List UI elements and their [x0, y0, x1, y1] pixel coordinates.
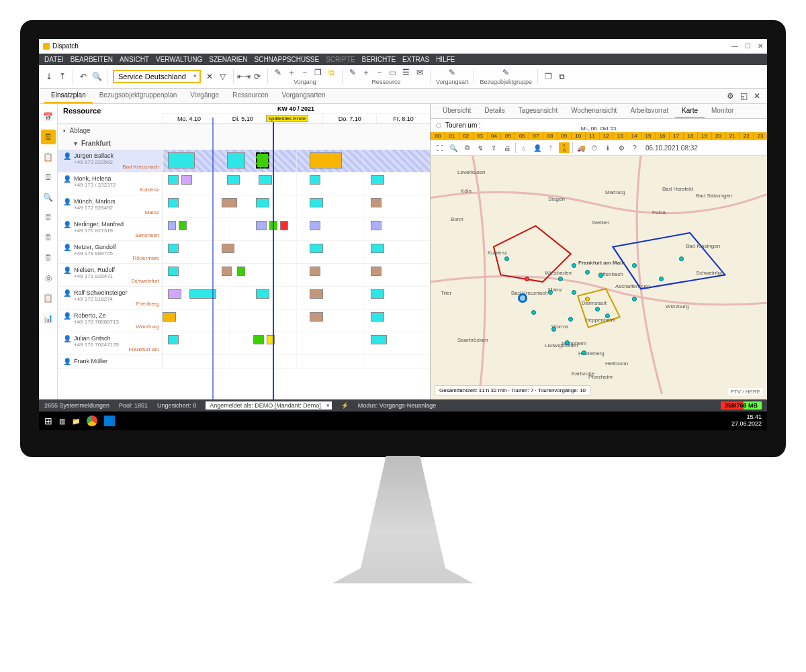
menu-schnappschuesse[interactable]: SCHNAPPSCHÜSSE [255, 56, 320, 63]
fit-width-icon[interactable]: ⇤⇥ [239, 72, 249, 81]
map-person-icon[interactable]: 👤 [532, 142, 543, 153]
tab-vorgangsarten[interactable]: Vorgangsarten [275, 89, 332, 103]
taskbar-clock[interactable]: 15:41 27.06.2022 [731, 414, 762, 428]
rail-schedule-icon[interactable]: 📋 [41, 150, 56, 164]
day-header[interactable]: Do. 7.10 [322, 114, 376, 124]
panel-pop-icon[interactable]: ◱ [739, 91, 748, 101]
menu-bearbeiten[interactable]: BEARBEITEN [71, 56, 113, 63]
resource-card-icon[interactable]: ▭ [388, 68, 398, 77]
map-tour-mode-icon[interactable]: 🚶 [559, 142, 570, 153]
tab-wochenansicht[interactable]: Wochenansicht [564, 104, 623, 118]
tab-vorgaenge[interactable]: Vorgänge [183, 89, 226, 103]
rail-chart-icon[interactable]: 📊 [41, 311, 56, 326]
map-settings-icon[interactable]: ⚙ [616, 142, 627, 153]
resource-edit-icon[interactable]: ✎ [348, 68, 357, 77]
planner-body[interactable]: ▪ Ablage ▾ Frankfurt 👤 Jürgen Ballack +4… [58, 124, 430, 399]
group-ablage[interactable]: ▪ Ablage [58, 124, 430, 137]
resource-row[interactable]: 👤 Jürgen Ballack +49 173 223562 Bad Kreu… [58, 150, 430, 173]
vorgangsart-edit-icon[interactable]: ✎ [447, 68, 457, 77]
rail-item-6[interactable]: 🗓 [41, 210, 56, 225]
undo-icon[interactable]: ↶ [79, 72, 88, 81]
rail-calendar-icon[interactable]: 📅 [41, 109, 56, 124]
resource-row[interactable]: 👤 Monk, Helena +49 173 / 232372 Koblenz [58, 173, 430, 195]
collapse-icon[interactable]: ▪ [63, 127, 66, 134]
status-messages[interactable]: 2655 Systemmeldungen [44, 402, 109, 409]
window-minimize[interactable]: — [731, 42, 738, 50]
bezug-edit-icon[interactable]: ✎ [501, 68, 510, 77]
group-frankfurt[interactable]: ▾ Frankfurt [58, 137, 430, 150]
day-header[interactable]: Fr. 8.10 [376, 114, 430, 124]
tab-monitor[interactable]: Monitor [705, 104, 740, 118]
menu-berichte[interactable]: BERICHTE [362, 56, 396, 63]
refresh-icon[interactable]: ⟳ [253, 72, 262, 81]
tab-einsatzplan[interactable]: Einsatzplan [44, 89, 93, 103]
menu-datei[interactable]: DATEI [44, 56, 64, 63]
tab-tagesansicht[interactable]: Tagesansicht [512, 104, 564, 118]
map-vehicle-icon[interactable]: 🚚 [576, 142, 586, 153]
window-dup-icon[interactable]: ⧉ [557, 72, 566, 81]
day-header[interactable]: Mo. 4.10 [162, 114, 216, 124]
map-route-icon[interactable]: ↯ [475, 142, 486, 153]
map-layers-icon[interactable]: ⧉ [461, 142, 472, 153]
vorgang-edit-icon[interactable]: ✎ [273, 68, 283, 77]
resource-row[interactable]: 👤 Ralf Schweinsteiger +49 172 918274 Fri… [58, 287, 430, 309]
menu-hilfe[interactable]: HILFE [436, 56, 455, 63]
rail-clipboard-icon[interactable]: 📋 [41, 291, 56, 305]
resource-mail-icon[interactable]: ✉ [415, 68, 424, 77]
menu-scripte[interactable]: SCRIPTE [326, 56, 355, 63]
org-select[interactable]: Service Deutschland [113, 70, 201, 83]
taskbar-chrome-icon[interactable] [87, 416, 97, 426]
resource-row[interactable]: 👤 Nielsen, Rudolf +49 171 928471 Schwein… [58, 264, 430, 287]
status-login[interactable]: Angemeldet als: DEMO [Mandant: Demo] [206, 401, 332, 410]
resource-row[interactable]: 👤 Roberto, Ze +49 176 70588713 Würzburg [58, 309, 430, 332]
resource-row[interactable]: 👤 Nerlinger, Manfred +49 176 827319 Bens… [58, 218, 430, 241]
taskbar-outlook-icon[interactable] [104, 416, 115, 426]
rail-target-icon[interactable]: ◎ [41, 271, 56, 285]
window-maximize[interactable]: ☐ [745, 42, 751, 50]
clear-filter-icon[interactable]: ✕ [205, 72, 214, 81]
map-info-icon[interactable]: ℹ [602, 142, 613, 153]
window-close[interactable]: ✕ [758, 42, 763, 50]
taskbar-explorer-icon[interactable]: 📁 [72, 418, 80, 425]
filter-icon[interactable]: ▽ [218, 72, 228, 81]
tab-karte[interactable]: Karte [675, 104, 705, 118]
vorgang-remove-icon[interactable]: － [300, 68, 310, 77]
resource-add-icon[interactable]: ＋ [361, 68, 371, 77]
resource-row[interactable]: 👤 Julian Gritsch +49 176 70247135 Frankf… [58, 332, 430, 355]
search-icon[interactable]: 🔍 [92, 72, 101, 81]
map-print-icon[interactable]: 🖨 [502, 142, 512, 153]
tab-uebersicht[interactable]: Übersicht [436, 104, 478, 118]
day-header[interactable]: Di. 5.10 [216, 114, 269, 124]
resource-row[interactable]: 👤 Münch, Markus +49 172 928492 Mainz [58, 195, 430, 218]
menu-verwaltung[interactable]: VERWALTUNG [156, 56, 202, 63]
tab-details[interactable]: Details [478, 104, 512, 118]
collapse-icon[interactable]: ▾ [74, 140, 77, 147]
tab-bezugsobjektgruppenplan[interactable]: Bezugsobjektgruppenplan [93, 89, 184, 103]
start-button[interactable]: ⊞ [44, 416, 52, 426]
map-share-icon[interactable]: ⇪ [488, 142, 499, 153]
map-zoom-fit-icon[interactable]: ⛶ [435, 142, 445, 153]
menu-extras[interactable]: EXTRAS [402, 56, 429, 63]
panel-close-icon[interactable]: ✕ [752, 91, 762, 101]
map-help-icon[interactable]: ? [629, 142, 640, 153]
tour-radio[interactable] [436, 123, 441, 128]
map-stopwatch-icon[interactable]: ⏱ [589, 142, 600, 153]
resource-row[interactable]: 👤 Frank Müller [58, 355, 430, 369]
time-ruler[interactable]: Mi., 06. Okt '21 0001 0203 0405 0607 080… [431, 132, 767, 140]
tab-arbeitsvorrat[interactable]: Arbeitsvorrat [623, 104, 675, 118]
import-icon[interactable]: ⤒ [58, 72, 67, 81]
map-home-icon[interactable]: ⌂ [519, 142, 529, 153]
rail-item-8[interactable]: 🗓 [41, 250, 56, 265]
taskbar-app-1[interactable]: ▥ [59, 418, 65, 425]
map-canvas[interactable]: Leverkusen Köln Bonn Siegen Marburg Gieß… [431, 156, 767, 399]
tab-ressourcen[interactable]: Ressourcen [226, 89, 275, 103]
vorgang-copy-icon[interactable]: ❐ [314, 68, 323, 77]
export-icon[interactable]: ⤓ [44, 72, 54, 81]
resource-row[interactable]: 👤 Netzer, Gundolf +49 178 989745 Röderma… [58, 241, 430, 264]
rail-item-7[interactable]: 🗓 [41, 230, 56, 245]
resource-remove-icon[interactable]: － [375, 68, 384, 77]
map-tree-icon[interactable]: ⍑ [545, 142, 556, 153]
rail-plan-icon[interactable]: 🗓 [41, 130, 56, 144]
resource-list-icon[interactable]: ☰ [402, 68, 411, 77]
rail-item-search[interactable]: 🔍 [41, 190, 56, 205]
